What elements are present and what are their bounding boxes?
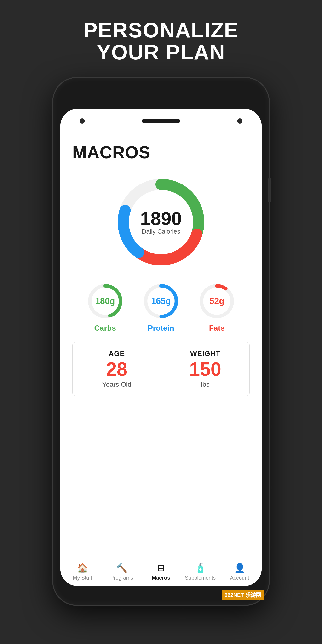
page-heading: PERSONALIZE YOUR PLAN [84,19,238,64]
donut-chart: 1890 Daily Calories [111,172,211,272]
status-bar [60,109,262,133]
programs-icon: 🔨 [116,563,128,573]
bottom-nav: 🏠 My Stuff 🔨 Programs ⊞ Macros 🧴 Supplem… [60,559,262,586]
macros-icon: ⊞ [157,563,165,573]
age-title: AGE [108,350,125,358]
fats-label: Fats [209,324,225,332]
age-value: 28 [106,360,128,379]
donut-chart-container: 1890 Daily Calories [72,172,250,272]
nav-supplements[interactable]: 🧴 Supplements [181,563,220,581]
supplements-icon: 🧴 [195,563,206,573]
nav-account[interactable]: 👤 Account [220,563,259,581]
front-camera-left [80,118,85,124]
weight-unit: lbs [201,381,210,388]
macro-carbs: 180g Carbs [86,282,124,332]
age-unit: Years Old [102,381,131,388]
protein-circle: 165g [142,282,180,320]
speaker [142,119,180,123]
weight-card: WEIGHT 150 lbs [161,342,250,396]
app-title: MACROS [72,142,250,162]
nav-macros[interactable]: ⊞ Macros [141,563,181,581]
protein-label: Protein [148,324,174,332]
weight-value: 150 [189,360,221,379]
macros-row: 180g Carbs 165g Protein [72,282,250,332]
carbs-value: 180g [95,296,115,306]
account-label: Account [230,575,249,581]
mystuff-label: My Stuff [73,575,92,581]
calories-value: 1890 [140,209,182,228]
weight-title: WEIGHT [190,350,220,358]
nav-programs[interactable]: 🔨 Programs [102,563,141,581]
phone-mockup: MACROS 1890 [53,78,269,605]
macros-label: Macros [152,575,170,581]
calories-label: Daily Calories [142,228,180,235]
carbs-label: Carbs [94,324,116,332]
nav-mystuff[interactable]: 🏠 My Stuff [63,563,102,581]
macro-protein: 165g Protein [142,282,180,332]
carbs-circle: 180g [86,282,124,320]
info-cards: AGE 28 Years Old WEIGHT 150 lbs [72,342,250,396]
age-card: AGE 28 Years Old [72,342,161,396]
supplements-label: Supplements [185,575,216,581]
fats-circle: 52g [198,282,236,320]
fats-value: 52g [210,296,224,306]
account-icon: 👤 [234,563,245,573]
power-button [268,178,271,202]
donut-center: 1890 Daily Calories [140,209,182,235]
app-content: MACROS 1890 [60,133,262,559]
front-camera-right [237,118,242,124]
phone-screen: MACROS 1890 [60,109,262,586]
protein-value: 165g [151,296,171,306]
macro-fats: 52g Fats [198,282,236,332]
programs-label: Programs [110,575,133,581]
mystuff-icon: 🏠 [77,563,88,573]
watermark: 962NET 乐游网 [222,590,264,600]
